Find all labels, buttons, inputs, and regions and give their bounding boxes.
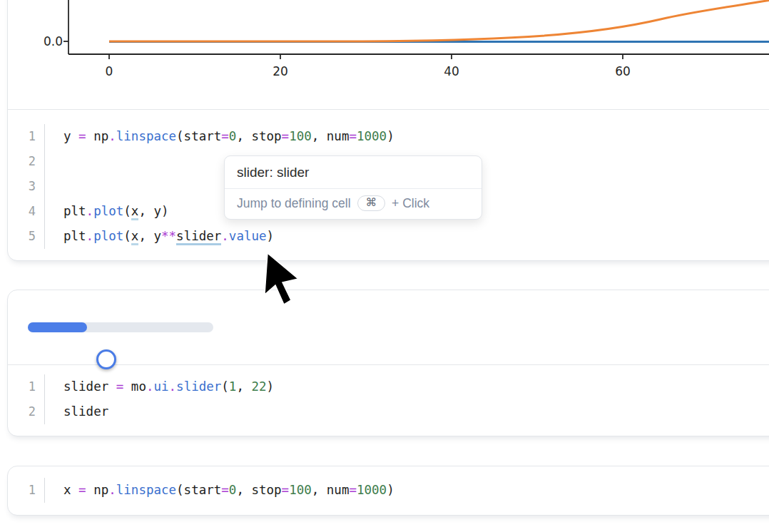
notebook-cell-x: 1 x = np.linspace(start=0, stop=100, num… — [7, 466, 769, 516]
code-text[interactable]: plt.plot(x, y**slider.value) — [45, 224, 274, 249]
notebook-cell-plot: 0.0 0 20 40 60 1 y = np.linspace(start=0… — [7, 0, 769, 261]
tooltip-action-row: Jump to defining cell ⌘ + Click — [225, 189, 482, 219]
x-tick-label-40: 40 — [444, 64, 459, 78]
line-number: 1 — [8, 124, 45, 149]
plot-output: 0.0 0 20 40 60 — [8, 0, 769, 109]
tooltip-title: slider: slider — [225, 156, 482, 188]
y-tick-label: 0.0 — [44, 34, 63, 48]
code-text[interactable]: y = np.linspace(start=0, stop=100, num=1… — [45, 124, 394, 149]
line-number: 3 — [8, 174, 45, 199]
slider-fill — [28, 322, 87, 332]
tooltip-action-text: Jump to defining cell — [237, 196, 351, 211]
line-number: 1 — [8, 374, 45, 399]
slider-handle[interactable] — [96, 349, 116, 369]
slider-track[interactable] — [28, 322, 213, 332]
notebook-cell-slider: 1 slider = mo.ui.slider(1, 22) 2 slider — [7, 290, 769, 436]
mouse-cursor — [261, 250, 307, 315]
code-line[interactable]: 1 y = np.linspace(start=0, stop=100, num… — [8, 124, 769, 149]
code-text[interactable] — [45, 149, 63, 174]
code-line[interactable]: 1 x = np.linspace(start=0, stop=100, num… — [8, 478, 769, 503]
slider-output — [8, 290, 769, 364]
cursor-arrow-icon — [265, 253, 298, 305]
line-number: 5 — [8, 224, 45, 249]
code-text[interactable]: x = np.linspace(start=0, stop=100, num=1… — [45, 478, 394, 503]
plot-line-orange — [109, 0, 769, 41]
x-tick-label-20: 20 — [273, 64, 288, 78]
line-number: 1 — [8, 478, 45, 503]
line-number: 2 — [8, 149, 45, 174]
x-tick-label-60: 60 — [615, 64, 631, 78]
code-editor[interactable]: 1 slider = mo.ui.slider(1, 22) 2 slider — [8, 364, 769, 436]
code-text[interactable]: slider = mo.ui.slider(1, 22) — [45, 374, 274, 399]
x-tick-label-0: 0 — [106, 64, 113, 78]
code-line[interactable]: 5 plt.plot(x, y**slider.value) — [8, 224, 769, 249]
variable-tooltip: slider: slider Jump to defining cell ⌘ +… — [224, 155, 482, 220]
code-line[interactable]: 2 slider — [8, 399, 769, 424]
code-text[interactable]: plt.plot(x, y) — [45, 199, 169, 224]
line-number: 2 — [8, 399, 45, 424]
command-key-badge: ⌘ — [357, 195, 386, 211]
code-line[interactable]: 1 slider = mo.ui.slider(1, 22) — [8, 374, 769, 399]
tooltip-suffix-text: + Click — [392, 196, 429, 211]
code-editor[interactable]: 1 x = np.linspace(start=0, stop=100, num… — [8, 466, 769, 516]
code-text[interactable]: slider — [45, 399, 108, 424]
code-text[interactable] — [45, 174, 63, 199]
matplotlib-plot: 0.0 0 20 40 60 — [8, 0, 769, 109]
line-number: 4 — [8, 199, 45, 224]
